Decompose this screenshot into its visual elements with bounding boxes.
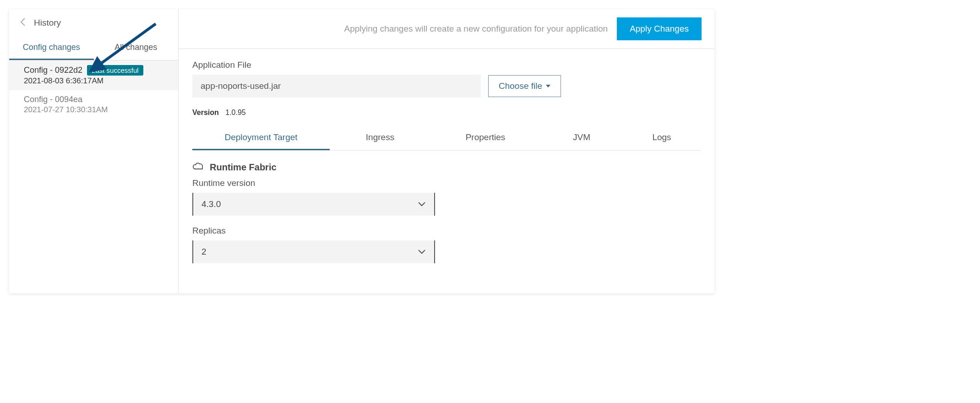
topbar-message: Applying changes will create a new confi… — [344, 24, 608, 34]
sidebar: History Config changes All changes Confi… — [9, 9, 179, 293]
history-item-date: 2021-07-27 10:30:31AM — [24, 105, 169, 114]
tab-jvm[interactable]: JVM — [540, 126, 623, 150]
config-tabs: Deployment Target Ingress Properties JVM… — [192, 126, 701, 151]
history-item[interactable]: Config - 0922d2 Last successful 2021-08-… — [9, 60, 178, 90]
replicas-value: 2 — [201, 247, 207, 257]
runtime-fabric-title: Runtime Fabric — [210, 162, 277, 173]
chevron-down-icon — [418, 199, 426, 209]
replicas-group: Replicas 2 — [192, 226, 701, 263]
runtime-version-group: Runtime version 4.3.0 — [192, 178, 701, 216]
tab-config-changes[interactable]: Config changes — [9, 36, 94, 60]
caret-down-icon — [546, 85, 550, 87]
chevron-down-icon — [418, 247, 426, 257]
history-item-name: Config - 0922d2 — [24, 65, 82, 75]
history-list: Config - 0922d2 Last successful 2021-08-… — [9, 60, 178, 293]
cloud-icon — [192, 162, 204, 173]
apply-changes-button[interactable]: Apply Changes — [617, 17, 702, 40]
status-badge: Last successful — [87, 65, 143, 76]
back-icon[interactable] — [20, 17, 26, 28]
sidebar-title: History — [34, 18, 61, 28]
content-area: Application File app-noports-used.jar Ch… — [179, 49, 714, 284]
replicas-select[interactable]: 2 — [192, 240, 435, 263]
runtime-version-label: Runtime version — [192, 178, 701, 188]
tab-all-changes[interactable]: All changes — [94, 36, 179, 60]
tab-properties[interactable]: Properties — [430, 126, 540, 150]
app-file-name: app-noports-used.jar — [192, 75, 481, 98]
app-file-label: Application File — [192, 60, 701, 70]
runtime-section: Runtime Fabric Runtime version 4.3.0 Rep… — [192, 151, 701, 263]
version-value: 1.0.95 — [225, 109, 245, 116]
tab-ingress[interactable]: Ingress — [330, 126, 430, 150]
runtime-version-select[interactable]: 4.3.0 — [192, 193, 435, 216]
choose-file-button[interactable]: Choose file — [488, 75, 561, 97]
tab-deployment-target[interactable]: Deployment Target — [192, 126, 330, 150]
version-row: Version 1.0.95 — [192, 109, 701, 117]
section-heading: Runtime Fabric — [192, 162, 701, 173]
tab-logs[interactable]: Logs — [623, 126, 701, 150]
choose-file-label: Choose file — [499, 81, 542, 91]
replicas-label: Replicas — [192, 226, 701, 236]
history-item-name: Config - 0094ea — [24, 95, 82, 104]
runtime-version-value: 4.3.0 — [201, 199, 221, 209]
main-panel: Applying changes will create a new confi… — [179, 9, 714, 293]
sidebar-header: History — [9, 9, 178, 36]
topbar: Applying changes will create a new confi… — [179, 9, 714, 49]
version-label: Version — [192, 109, 219, 116]
sidebar-tabs: Config changes All changes — [9, 36, 178, 60]
history-item[interactable]: Config - 0094ea 2021-07-27 10:30:31AM — [9, 90, 178, 119]
file-row: app-noports-used.jar Choose file — [192, 75, 701, 98]
history-item-date: 2021-08-03 6:36:17AM — [24, 76, 169, 86]
